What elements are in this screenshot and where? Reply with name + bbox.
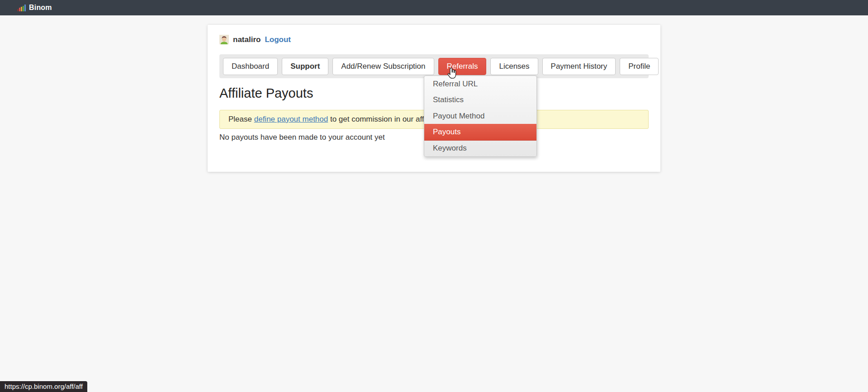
page-title: Affiliate Payouts bbox=[219, 86, 313, 101]
nav-button-support[interactable]: Support bbox=[282, 58, 328, 75]
nav-button-licenses[interactable]: Licenses bbox=[490, 58, 538, 75]
username: nataliro bbox=[233, 35, 261, 44]
nav-button-dashboard[interactable]: Dashboard bbox=[223, 58, 278, 75]
referrals-dropdown-menu: Referral URL Statistics Payout Method Pa… bbox=[424, 76, 537, 157]
nav-button-add-renew-subscription[interactable]: Add/Renew Subscription bbox=[332, 58, 434, 75]
topbar: Binom bbox=[0, 0, 868, 15]
status-url-tooltip: https://cp.binom.org/aff/aff bbox=[0, 381, 87, 392]
user-avatar bbox=[219, 35, 229, 44]
nav-button-profile[interactable]: Profile bbox=[620, 58, 659, 75]
menu-item-referral-url[interactable]: Referral URL bbox=[424, 76, 536, 92]
logout-link[interactable]: Logout bbox=[265, 35, 291, 44]
bar-chart-icon bbox=[17, 4, 26, 11]
menu-item-payouts[interactable]: Payouts bbox=[424, 124, 536, 140]
menu-item-keywords[interactable]: Keywords bbox=[424, 141, 536, 156]
menu-item-payout-method[interactable]: Payout Method bbox=[424, 108, 536, 124]
empty-state-message: No payouts have been made to your accoun… bbox=[219, 133, 385, 142]
nav-bar: Dashboard Support Add/Renew Subscription… bbox=[219, 54, 649, 78]
nav-button-payment-history[interactable]: Payment History bbox=[542, 58, 616, 75]
brand-name: Binom bbox=[29, 4, 52, 12]
user-row: nataliro Logout bbox=[219, 35, 291, 44]
notice-text-prefix: Please bbox=[228, 115, 252, 123]
brand-logo[interactable]: Binom bbox=[17, 4, 52, 12]
menu-item-statistics[interactable]: Statistics bbox=[424, 92, 536, 108]
nav-button-referrals[interactable]: Referrals bbox=[438, 58, 487, 75]
define-payout-method-link[interactable]: define payout method bbox=[254, 115, 328, 123]
